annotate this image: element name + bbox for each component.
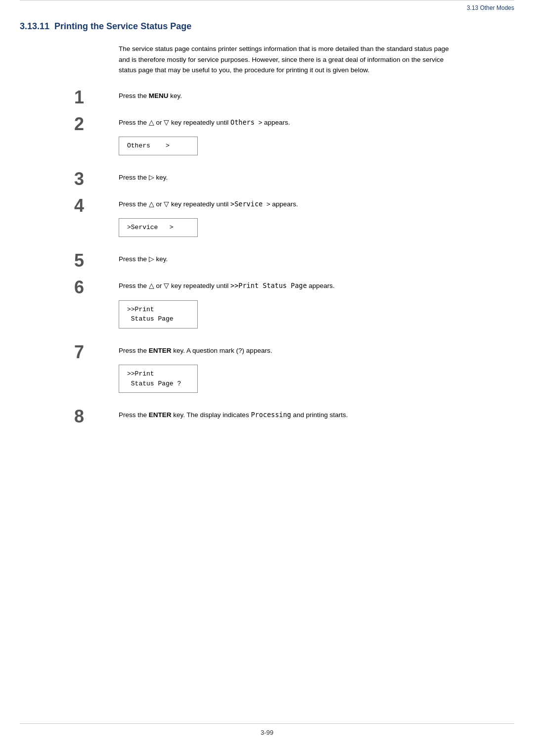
section-heading: Printing the Service Status Page: [54, 21, 191, 31]
step-8-content: Press the ENTER key. The display indicat…: [119, 407, 514, 425]
step-4-code: >Service: [230, 200, 263, 208]
step-7-text: Press the ENTER key. A question mark (?)…: [119, 345, 514, 356]
footer-page-number: 3-99: [0, 724, 534, 741]
footer-area: 3-99: [0, 713, 534, 741]
step-7-display: >>Print Status Page ?: [119, 365, 198, 393]
step-2-row: 2 Press the △ or ▽ key repeatedly until …: [74, 114, 514, 161]
step-5-text: Press the ▷ key.: [119, 254, 514, 265]
step-3-text: Press the ▷ key.: [119, 172, 514, 183]
header-section-ref: 3.13 Other Modes: [20, 4, 514, 16]
step-7-display-text: >>Print Status Page ?: [127, 369, 189, 388]
step-4-number: 4: [74, 196, 119, 215]
step-2-text: Press the △ or ▽ key repeatedly until Ot…: [119, 117, 514, 128]
step-7-content: Press the ENTER key. A question mark (?)…: [119, 342, 514, 399]
step-4-display-text: >Service >: [127, 223, 189, 233]
step-3-row: 3 Press the ▷ key.: [74, 169, 514, 188]
step-6-code: >>Print Status Page: [230, 282, 307, 289]
section-title: 3.13.11 Printing the Service Status Page: [20, 21, 514, 32]
step-1-row: 1 Press the MENU key.: [74, 88, 514, 106]
main-content: 3.13.11 Printing the Service Status Page…: [20, 16, 514, 425]
step-2-code: Others: [230, 118, 255, 126]
step-6-display-text: >>Print Status Page: [127, 305, 189, 324]
step-1-content: Press the MENU key.: [119, 88, 514, 106]
step-5-content: Press the ▷ key.: [119, 251, 514, 270]
step-4-row: 4 Press the △ or ▽ key repeatedly until …: [74, 196, 514, 243]
top-border: [20, 0, 514, 4]
step-1-key: MENU: [149, 92, 169, 99]
step-2-content: Press the △ or ▽ key repeatedly until Ot…: [119, 114, 514, 161]
page-container: 3.13 Other Modes 3.13.11 Printing the Se…: [0, 0, 534, 756]
step-4-display: >Service >: [119, 218, 198, 237]
step-8-number: 8: [74, 407, 119, 425]
step-6-display: >>Print Status Page: [119, 300, 198, 329]
step-3-number: 3: [74, 169, 119, 188]
step-7-key: ENTER: [149, 347, 172, 354]
step-7-row: 7 Press the ENTER key. A question mark (…: [74, 342, 514, 399]
step-1-number: 1: [74, 88, 119, 106]
step-3-content: Press the ▷ key.: [119, 169, 514, 188]
step-6-content: Press the △ or ▽ key repeatedly until >>…: [119, 278, 514, 334]
step-5-row: 5 Press the ▷ key.: [74, 251, 514, 270]
step-8-code: Processing: [251, 411, 291, 419]
section-number: 3.13.11: [20, 21, 49, 31]
step-8-text: Press the ENTER key. The display indicat…: [119, 410, 514, 421]
step-6-number: 6: [74, 278, 119, 296]
step-8-key: ENTER: [149, 411, 172, 419]
step-7-number: 7: [74, 342, 119, 361]
step-6-text: Press the △ or ▽ key repeatedly until >>…: [119, 281, 514, 291]
step-8-row: 8 Press the ENTER key. The display indic…: [74, 407, 514, 425]
step-5-number: 5: [74, 251, 119, 270]
step-4-content: Press the △ or ▽ key repeatedly until >S…: [119, 196, 514, 243]
intro-paragraph: The service status page contains printer…: [119, 44, 455, 76]
step-2-display-text: Others >: [127, 141, 189, 151]
step-6-row: 6 Press the △ or ▽ key repeatedly until …: [74, 278, 514, 334]
step-2-display: Others >: [119, 137, 198, 155]
step-1-text: Press the MENU key.: [119, 91, 514, 101]
step-4-text: Press the △ or ▽ key repeatedly until >S…: [119, 199, 514, 210]
step-2-number: 2: [74, 114, 119, 133]
